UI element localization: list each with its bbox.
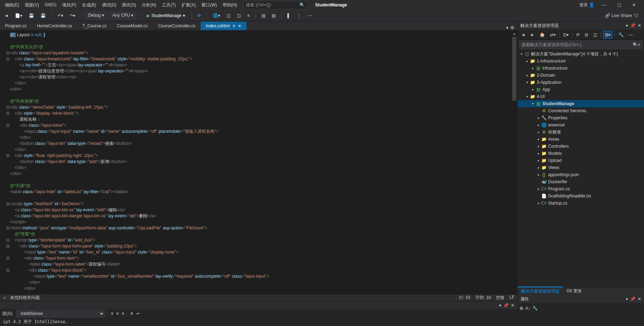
- se-showall-icon[interactable]: ◫: [592, 31, 599, 38]
- output-tool-2[interactable]: ≡: [116, 311, 119, 316]
- tab-CourseController.cs[interactable]: CourseController.cs: [153, 22, 201, 30]
- menu-测试(S)[interactable]: 测试(S): [119, 1, 139, 10]
- output-dropdown-icon[interactable]: ▾: [499, 303, 501, 308]
- tree-Startup.cs[interactable]: ▸C#Startup.cs: [518, 200, 644, 207]
- menu-分析(N)[interactable]: 分析(N): [139, 1, 159, 10]
- tree-App[interactable]: ▸▧App: [518, 86, 644, 93]
- tool-icon-1[interactable]: ◫: [224, 12, 233, 20]
- global-search[interactable]: 搜索 (Ctrl+Q) 🔍: [243, 1, 307, 9]
- start-debug-button[interactable]: ▶StudentManage ▾: [144, 12, 188, 19]
- tool-icon-5[interactable]: ▤: [270, 12, 278, 20]
- tree-1-Infrastructure[interactable]: ▸📁1-Infrastructure: [518, 58, 644, 65]
- output-clear-icon[interactable]: ✕: [130, 311, 134, 316]
- liveshare-button[interactable]: 🔗 Live Share: [605, 13, 632, 18]
- tree-依赖项[interactable]: ▸⚙依赖项: [518, 129, 644, 136]
- status-line[interactable]: 行: 33: [459, 295, 470, 301]
- se-close-icon[interactable]: ✕: [638, 23, 641, 28]
- output-source-select[interactable]: IntelliSense: [16, 310, 105, 317]
- tool-icon-4[interactable]: ▤: [259, 12, 267, 20]
- se-switch-icon[interactable]: ⇄▾: [548, 31, 557, 38]
- se-props-icon[interactable]: 🔧: [617, 31, 625, 38]
- tree-root[interactable]: ▾ ◫ 解决方案"StudentManage"(4 个项目，共 4 个): [518, 50, 644, 58]
- se-dropdown-icon[interactable]: ▾: [626, 23, 628, 28]
- se-preview-icon[interactable]: —: [627, 31, 634, 38]
- btab-git[interactable]: Git 更改: [563, 287, 585, 295]
- refresh-icon[interactable]: ⟳: [195, 12, 203, 20]
- tree-Properties[interactable]: ▸🔧Properties: [518, 114, 644, 121]
- tab-Index.cshtml[interactable]: Index.cshtml ⚲ ✕: [201, 22, 246, 30]
- config-select[interactable]: Debug ▾: [85, 12, 107, 20]
- pin-icon[interactable]: ⚲: [233, 24, 235, 28]
- platform-select[interactable]: Any CPU ▾: [109, 12, 137, 20]
- new-button[interactable]: 📄▾: [13, 12, 25, 20]
- solution-explorer-search[interactable]: 搜索解决方案资源管理器(Ctrl+;) 🔍▾: [519, 40, 643, 49]
- undo-button[interactable]: ↶▾: [55, 12, 65, 20]
- save-button[interactable]: 💾: [27, 12, 36, 20]
- se-fwd-icon[interactable]: ►: [529, 31, 536, 38]
- menu-编辑(E)[interactable]: 编辑(E): [2, 1, 22, 10]
- tab-settings-icon[interactable]: ⚙: [510, 25, 514, 30]
- back-button[interactable]: ◄: [2, 12, 11, 20]
- admin-icon[interactable]: 🛡: [634, 13, 638, 18]
- se-refresh-icon[interactable]: ⟳: [575, 31, 581, 38]
- solution-tree[interactable]: ▾ ◫ 解决方案"StudentManage"(4 个项目，共 4 个) ▸📁1…: [518, 50, 644, 287]
- tree-Connected Services[interactable]: ⚙Connected Services: [518, 107, 644, 114]
- menu-扩展(X)[interactable]: 扩展(X): [179, 1, 199, 10]
- props-pin-icon[interactable]: 📌: [630, 297, 635, 301]
- tree-3-Application[interactable]: ▾📁3-Application: [518, 79, 644, 86]
- output-tool-1[interactable]: ≡: [111, 311, 113, 316]
- status-spaces[interactable]: 空格: [496, 295, 504, 301]
- editor-scrollbar[interactable]: ▴: [512, 31, 517, 294]
- tree-Models[interactable]: ▸📁Models: [518, 150, 644, 157]
- tree-2-Domain[interactable]: ▸📁2-Domain: [518, 72, 644, 79]
- tab-dropdown-icon[interactable]: ▾: [506, 25, 508, 30]
- output-close-icon[interactable]: ✕: [511, 303, 514, 308]
- close-icon[interactable]: ✕: [238, 24, 241, 28]
- props-az-icon[interactable]: A↓: [525, 306, 530, 311]
- fold-gutter[interactable]: [0, 31, 6, 294]
- tree-Areas[interactable]: ▸📁Areas: [518, 136, 644, 143]
- tool-icon-7[interactable]: ⋮: [295, 12, 303, 20]
- tree-Infrastructure[interactable]: ▸▧Infrastructure: [518, 65, 644, 72]
- tree-ScaffoldingReadMe.txt[interactable]: 📄ScaffoldingReadMe.txt: [518, 192, 644, 200]
- close-button[interactable]: ✕: [629, 2, 639, 7]
- menu-调试(D)[interactable]: 调试(D): [99, 1, 119, 10]
- tree-appsettings.json[interactable]: ▸{}appsettings.json: [518, 171, 644, 178]
- status-col[interactable]: 字符: 10: [475, 295, 491, 301]
- tab-T_Course.cs[interactable]: T_Course.cs: [77, 22, 112, 30]
- props-cat-icon[interactable]: ⊞: [520, 306, 523, 311]
- tree-Upload[interactable]: ▸📁Upload: [518, 157, 644, 164]
- status-le[interactable]: LF: [509, 295, 514, 301]
- tree-StudentManage[interactable]: ▾▧StudentManage: [518, 100, 644, 107]
- se-collapse-icon[interactable]: ⊟: [583, 31, 590, 38]
- se-sync-icon[interactable]: ⊡▾: [562, 31, 570, 38]
- tree-Program.cs[interactable]: ▸C#Program.cs: [518, 185, 644, 192]
- menu-生成(B)[interactable]: 生成(B): [79, 1, 99, 10]
- tool-icon-3[interactable]: ≡: [245, 12, 252, 20]
- saveall-button[interactable]: 💾: [38, 12, 48, 20]
- props-close-icon[interactable]: ✕: [638, 297, 641, 301]
- output-tool-3[interactable]: ≡: [121, 311, 124, 316]
- tool-icon-2[interactable]: ◫: [235, 12, 243, 20]
- tree-Controllers[interactable]: ▸📁Controllers: [518, 143, 644, 150]
- tab-Program.cs[interactable]: Program.cs: [0, 22, 32, 30]
- tree-4-UI[interactable]: ▾📁4-UI: [518, 93, 644, 100]
- menu-视图(V)[interactable]: 视图(V): [22, 1, 42, 10]
- tree-Dockerfile[interactable]: 🐳Dockerfile: [518, 178, 644, 185]
- menu-Git(G)[interactable]: Git(G): [42, 1, 59, 10]
- se-home-icon[interactable]: 🏠: [538, 31, 546, 38]
- tab-HomeController.cs[interactable]: HomeController.cs: [32, 22, 77, 30]
- menu-工具(T)[interactable]: 工具(T): [159, 1, 179, 10]
- tree-Views[interactable]: ▸📁Views: [518, 164, 644, 171]
- minimize-button[interactable]: —: [599, 2, 609, 7]
- login-button[interactable]: 登录 👤: [579, 2, 594, 8]
- tree-wwwroot[interactable]: ▸🌐wwwroot: [518, 121, 644, 129]
- menu-窗口(W)[interactable]: 窗口(W): [199, 1, 220, 10]
- btab-solution[interactable]: 解决方案资源管理器: [518, 287, 563, 295]
- code-editor[interactable]: @{ Layout = null; } @*列表页头部*@⊟<div class…: [0, 31, 517, 294]
- tool-icon-8[interactable]: ⋯: [305, 12, 314, 20]
- se-pin-icon[interactable]: 📌: [630, 23, 635, 28]
- maximize-button[interactable]: ▢: [614, 2, 624, 7]
- tab-CourseModel.cs[interactable]: CourseModel.cs: [112, 22, 153, 30]
- output-pin-icon[interactable]: 📌: [503, 303, 509, 308]
